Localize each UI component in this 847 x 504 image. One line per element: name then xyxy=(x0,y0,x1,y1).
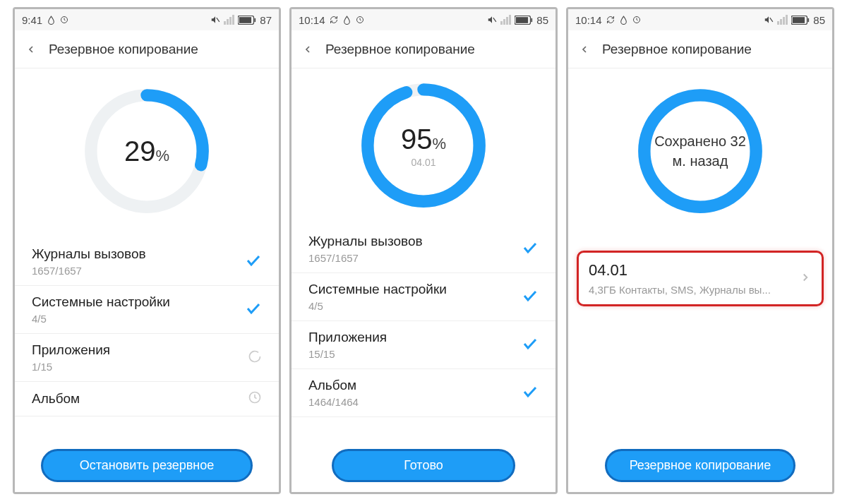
svg-rect-18 xyxy=(793,17,805,23)
battery-icon xyxy=(238,16,256,25)
list-item: Системные настройки 4/5 xyxy=(292,273,555,321)
backup-entry-sub: 4,3ГБ Контакты, SMS, Журналы вы... xyxy=(589,284,771,296)
list-item: Приложения 1/15 xyxy=(15,334,279,382)
svg-line-9 xyxy=(493,18,496,22)
svg-rect-19 xyxy=(808,18,810,21)
saved-status: Сохранено 32м. назад xyxy=(654,131,746,171)
clock-icon xyxy=(60,16,68,24)
item-sub: 4/5 xyxy=(308,300,447,312)
item-title: Приложения xyxy=(308,330,387,345)
backup-entry[interactable]: 04.01 4,3ГБ Контакты, SMS, Журналы вы... xyxy=(577,251,824,306)
droplet-icon xyxy=(619,16,628,25)
battery-pct: 87 xyxy=(260,14,272,26)
start-backup-button[interactable]: Резервное копирование xyxy=(605,449,796,482)
svg-line-1 xyxy=(217,18,220,22)
item-sub: 1657/1657 xyxy=(308,252,423,264)
mute-icon xyxy=(210,15,220,25)
status-ring: Сохранено 32м. назад xyxy=(568,68,832,238)
list-item: Приложения 15/15 xyxy=(292,321,555,369)
page-title: Резервное копирование xyxy=(325,42,475,57)
item-sub: 15/15 xyxy=(308,348,387,360)
stop-backup-button[interactable]: Остановить резервное xyxy=(41,449,253,482)
list-item: Журналы вызовов 1657/1657 xyxy=(292,225,555,273)
svg-rect-11 xyxy=(516,17,528,23)
header: Резервное копирование xyxy=(15,30,279,68)
progress-ring: 95% 04.01 xyxy=(292,68,555,225)
progress-percent: 95% xyxy=(401,124,446,155)
signal-icon xyxy=(224,15,234,25)
droplet-icon xyxy=(47,16,56,25)
header: Резервное копирование xyxy=(292,30,555,68)
item-sub: 1657/1657 xyxy=(32,265,146,277)
signal-icon xyxy=(500,15,511,25)
check-icon xyxy=(245,252,262,272)
check-icon xyxy=(522,383,539,403)
list-item: Альбом xyxy=(15,382,279,416)
progress-sub: 04.01 xyxy=(411,157,435,168)
svg-rect-3 xyxy=(239,17,251,23)
sync-icon xyxy=(330,16,338,24)
clock-icon xyxy=(248,390,262,407)
status-time: 9:41 xyxy=(22,14,42,26)
item-title: Журналы вызовов xyxy=(32,246,146,262)
spinner-icon xyxy=(248,349,262,366)
item-title: Альбом xyxy=(32,391,80,407)
battery-pct: 85 xyxy=(536,14,548,26)
progress-percent: 29% xyxy=(124,136,169,167)
item-title: Приложения xyxy=(32,342,110,358)
back-button[interactable] xyxy=(300,42,316,57)
svg-line-16 xyxy=(770,18,773,22)
status-bar: 10:14 85 xyxy=(568,9,832,30)
battery-icon xyxy=(515,16,533,25)
sync-icon xyxy=(606,16,615,24)
item-title: Альбом xyxy=(308,378,359,393)
list-item: Системные настройки 4/5 xyxy=(15,286,279,334)
status-bar: 9:41 87 xyxy=(15,9,279,30)
item-title: Системные настройки xyxy=(32,294,170,310)
phone-screen-1: 9:41 87 Резервное копирование xyxy=(13,7,281,494)
list-item: Альбом 1464/1464 xyxy=(292,369,555,417)
battery-pct: 85 xyxy=(813,14,825,26)
mute-icon xyxy=(487,15,497,25)
header: Резервное копирование xyxy=(568,30,832,68)
item-sub: 4/5 xyxy=(32,313,170,325)
status-bar: 10:14 85 xyxy=(292,9,555,30)
signal-icon xyxy=(777,15,788,25)
chevron-right-icon xyxy=(799,271,812,287)
list-item: Журналы вызовов 1657/1657 xyxy=(15,238,279,286)
check-icon xyxy=(522,335,539,355)
item-title: Системные настройки xyxy=(308,282,447,297)
item-sub: 1/15 xyxy=(32,361,110,373)
mute-icon xyxy=(764,15,774,25)
status-time: 10:14 xyxy=(299,14,325,26)
item-title: Журналы вызовов xyxy=(308,234,423,249)
svg-rect-12 xyxy=(531,18,533,21)
status-time: 10:14 xyxy=(575,14,602,26)
backup-entry-title: 04.01 xyxy=(589,261,771,280)
page-title: Резервное копирование xyxy=(602,42,752,57)
back-button[interactable] xyxy=(577,42,592,57)
svg-rect-4 xyxy=(255,18,256,21)
check-icon xyxy=(245,300,262,320)
check-icon xyxy=(522,239,539,259)
clock-icon xyxy=(356,16,364,24)
check-icon xyxy=(522,287,539,307)
phone-screen-2: 10:14 85 Резервное копирование 95% 04.01 xyxy=(289,7,558,494)
droplet-icon xyxy=(342,16,352,25)
clock-icon xyxy=(632,16,641,24)
page-title: Резервное копирование xyxy=(49,42,198,57)
phone-screen-3: 10:14 85 Резервное копирование Сохранено… xyxy=(566,7,834,494)
back-button[interactable] xyxy=(23,42,39,57)
done-button[interactable]: Готово xyxy=(332,449,515,482)
battery-icon xyxy=(791,16,810,25)
item-sub: 1464/1464 xyxy=(308,396,359,408)
progress-ring: 29% xyxy=(15,68,279,238)
